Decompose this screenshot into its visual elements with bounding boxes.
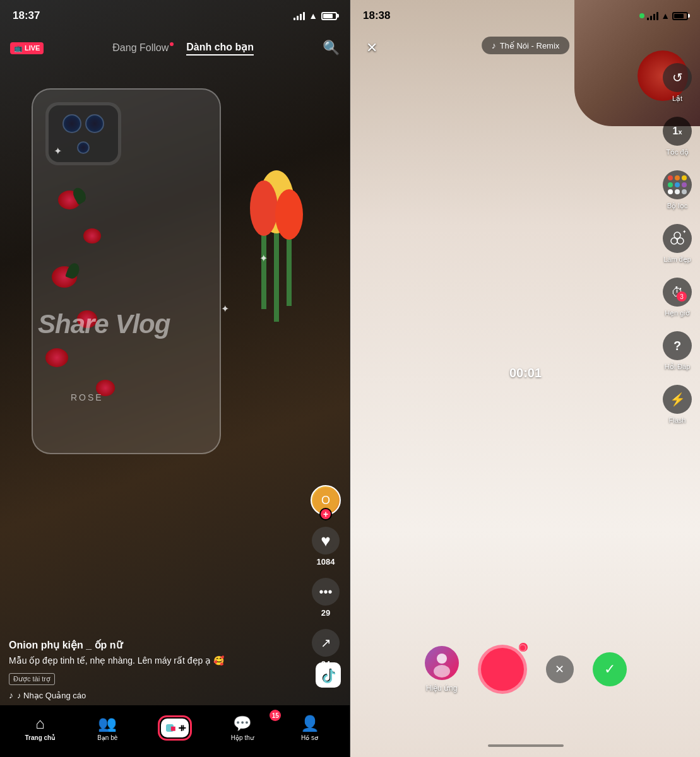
home-label: Trang chủ xyxy=(25,734,56,741)
beauty-label: Làm đẹp xyxy=(663,255,691,264)
music-title: Thế Nói - Remix xyxy=(500,41,560,50)
friends-icon: 👥 xyxy=(98,715,117,732)
status-icons-right: ▲ xyxy=(639,11,688,21)
home-indicator-right xyxy=(488,744,564,747)
inbox-label: Hộp thư xyxy=(231,734,254,741)
video-info: Onion phụ kiện _ ốp nữ Mẫu ốp đẹp tinh t… xyxy=(9,639,306,700)
close-button[interactable]: ✕ xyxy=(360,37,383,59)
camera-tools[interactable]: ↺ Lật 1x Tốc độ xyxy=(663,63,692,424)
timer-label: Hẹn giờ xyxy=(665,309,690,317)
filter-tool[interactable]: Bộ lọc xyxy=(663,170,692,210)
share-icon: ↗ xyxy=(312,629,340,657)
music-pill[interactable]: ♪ Thế Nói - Remix xyxy=(482,37,570,54)
nav-inbox[interactable]: 💬 Hộp thư 15 xyxy=(208,715,276,741)
qa-tool[interactable]: ? Hỏi Đáp xyxy=(663,331,692,371)
wifi-icon-right: ▲ xyxy=(661,11,670,21)
home-icon: ⌂ xyxy=(35,715,45,732)
tiktok-logo xyxy=(316,662,341,688)
effect-avatar xyxy=(425,646,459,680)
record-button[interactable] xyxy=(478,645,527,694)
live-label: LIVE xyxy=(25,44,40,52)
search-button[interactable]: 🔍 xyxy=(323,40,340,56)
confirm-recording-button[interactable]: ✓ xyxy=(593,652,627,686)
live-badge[interactable]: 📺 LIVE xyxy=(10,42,44,54)
right-actions[interactable]: O + ♥ 1084 ••• 29 ↗ 24 xyxy=(311,485,341,669)
inbox-icon: 💬 xyxy=(233,715,252,732)
beauty-tool[interactable]: ✦ Làm đẹp xyxy=(663,224,692,264)
qa-icon: ? xyxy=(663,331,692,360)
beauty-icon: ✦ xyxy=(663,224,692,253)
speed-icon: 1x xyxy=(663,117,692,146)
battery-icon xyxy=(321,12,337,20)
follow-dot xyxy=(170,42,174,46)
lens-2 xyxy=(85,114,104,133)
profile-label: Hồ sơ xyxy=(301,734,318,741)
filter-label: Bộ lọc xyxy=(667,202,687,210)
nav-tabs[interactable]: Đang Follow Dành cho bạn xyxy=(112,41,254,56)
like-button[interactable]: ♥ 1084 xyxy=(312,527,340,566)
friends-label: Bạn bè xyxy=(97,734,117,741)
nav-create[interactable]: ◼ ◼ + xyxy=(141,715,209,741)
lens-3 xyxy=(77,141,90,154)
right-panel: 18:38 ▲ ✕ ♪ Thế Nói - Remix ↺ xyxy=(350,0,700,757)
music-name: ♪ Nhạc Quảng cáo xyxy=(17,691,86,700)
flash-label: Flash xyxy=(669,416,686,424)
tab-for-you[interactable]: Dành cho bạn xyxy=(186,41,254,56)
confirm-icon: ✓ xyxy=(604,661,615,678)
rose-5 xyxy=(45,348,68,367)
create-tiktok-right: ◼ xyxy=(170,725,175,732)
camera-controls[interactable]: Hiệu ứng ✕ ✓ xyxy=(350,645,700,694)
speed-tool[interactable]: 1x Tốc độ xyxy=(663,117,692,156)
signal-icon xyxy=(294,11,305,20)
flash-tool[interactable]: ⚡ Flash xyxy=(663,385,692,424)
product-image: ROSE xyxy=(32,88,252,479)
lens-1 xyxy=(62,114,81,133)
nav-home[interactable]: ⌂ Trang chủ xyxy=(6,715,74,741)
rose-label: ROSE xyxy=(71,392,104,402)
profile-icon: 👤 xyxy=(300,715,319,732)
bottom-nav[interactable]: ⌂ Trang chủ 👥 Bạn bè ◼ ◼ + 💬 Hộp thư 15 … xyxy=(0,705,350,757)
like-count: 1084 xyxy=(317,557,335,566)
svg-point-13 xyxy=(437,654,447,664)
left-panel: ROSE Share Vlog ✦ ✦ ✦ 18:37 ▲ xyxy=(0,0,350,757)
time-right: 18:38 xyxy=(363,9,390,22)
nav-profile[interactable]: 👤 Hồ sơ xyxy=(276,715,343,741)
comment-button[interactable]: ••• 29 xyxy=(312,578,340,618)
flip-tool[interactable]: ↺ Lật xyxy=(663,63,692,103)
flash-icon: ⚡ xyxy=(663,385,692,414)
record-progress-dot xyxy=(519,644,526,652)
speed-label: Tốc độ xyxy=(666,148,688,156)
recording-timer: 00:01 xyxy=(509,366,542,380)
tab-follow[interactable]: Đang Follow xyxy=(112,42,174,54)
creator-avatar[interactable]: O + xyxy=(311,485,341,515)
flip-icon: ↺ xyxy=(663,63,692,92)
follow-plus-button[interactable]: + xyxy=(319,508,332,520)
svg-point-10 xyxy=(677,238,684,244)
nav-friends[interactable]: 👥 Bạn bè xyxy=(74,715,141,741)
cancel-recording-button[interactable]: ✕ xyxy=(546,655,574,683)
filter-icon xyxy=(663,170,692,199)
top-nav-left[interactable]: 📺 LIVE Đang Follow Dành cho bạn 🔍 xyxy=(0,33,350,63)
music-note-right: ♪ xyxy=(492,40,496,50)
record-inner xyxy=(483,650,521,688)
timer-tool[interactable]: ⏱ 3 Hẹn giờ xyxy=(663,278,692,317)
create-button[interactable]: ◼ ◼ + xyxy=(161,719,189,737)
video-description: Mẫu ốp đẹp tinh tế, nhẹ nhàng. Lên máy r… xyxy=(9,655,306,667)
svg-text:✦: ✦ xyxy=(682,230,685,235)
activity-indicator xyxy=(639,13,644,18)
svg-point-14 xyxy=(434,665,450,678)
leaf-2 xyxy=(65,262,81,281)
wifi-icon: ▲ xyxy=(309,11,317,21)
create-button-wrapper[interactable]: ◼ ◼ + xyxy=(158,715,192,741)
svg-point-9 xyxy=(671,238,677,244)
video-title: Onion phụ kiện _ ốp nữ xyxy=(9,639,306,651)
effect-button[interactable]: Hiệu ứng xyxy=(425,646,459,693)
effect-label: Hiệu ứng xyxy=(426,684,458,693)
live-tv-icon: 📺 xyxy=(14,44,23,52)
status-bar-right: 18:38 ▲ xyxy=(350,0,700,32)
rose-2 xyxy=(83,228,101,244)
music-info[interactable]: ♪ ♪ Nhạc Quảng cáo xyxy=(9,690,306,700)
status-icons-left: ▲ xyxy=(294,11,337,21)
time-left: 18:37 xyxy=(13,9,40,22)
comment-icon: ••• xyxy=(312,578,340,606)
